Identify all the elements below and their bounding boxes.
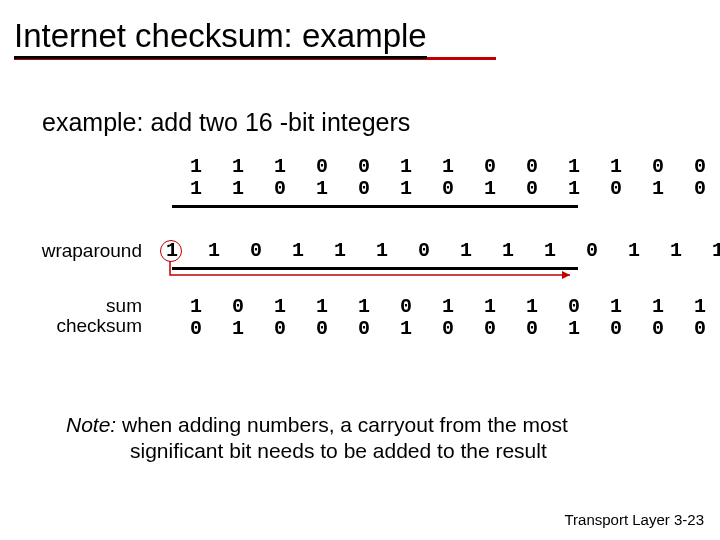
slide-subtitle: example: add two 16 -bit integers <box>0 60 720 155</box>
footnote: Note: when adding numbers, a carryout fr… <box>66 412 666 465</box>
checksum-bits: 0 1 0 0 0 1 0 0 0 1 0 0 0 0 1 1 <box>190 317 720 340</box>
operand-b-bits: 1 1 0 1 0 1 0 1 0 1 0 1 0 1 0 1 <box>190 177 720 200</box>
note-prefix: Note: <box>66 413 116 436</box>
note-line1: when adding numbers, a carryout from the… <box>116 413 568 436</box>
divider-line-1 <box>172 205 578 208</box>
sum-bits: 1 0 1 1 1 0 1 1 1 0 1 1 1 1 0 0 <box>190 295 720 318</box>
label-sum: sum <box>32 295 142 317</box>
footer-page: 3-23 <box>674 511 704 528</box>
label-wraparound: wraparound <box>32 240 142 262</box>
note-line2: significant bit needs to be added to the… <box>66 438 666 464</box>
footer-section: Transport Layer <box>564 511 669 528</box>
wraparound-bits: 1 1 0 1 1 1 0 1 1 1 0 1 1 1 0 1 1 <box>166 239 720 262</box>
slide-footer: Transport Layer 3-23 <box>564 511 704 528</box>
title-block: Internet checksum: example <box>0 0 720 60</box>
slide-title: Internet checksum: example <box>14 18 427 59</box>
divider-line-2 <box>172 267 578 270</box>
operand-a-bits: 1 1 1 0 0 1 1 0 0 1 1 0 0 1 1 0 <box>190 155 720 178</box>
label-checksum: checksum <box>32 315 142 337</box>
